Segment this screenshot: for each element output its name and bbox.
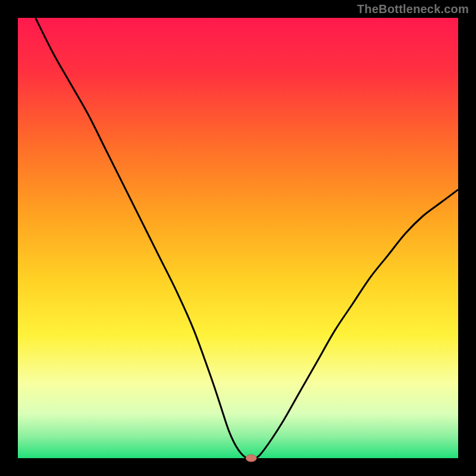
chart-frame: { "attribution": "TheBottleneck.com", "c…	[0, 0, 476, 476]
attribution-text: TheBottleneck.com	[357, 2, 469, 16]
bottleneck-chart	[0, 0, 476, 476]
optimal-point-marker	[246, 455, 256, 462]
plot-background	[18, 18, 458, 458]
